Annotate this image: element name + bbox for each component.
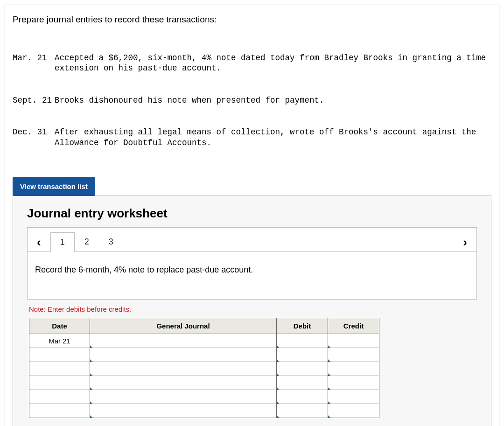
view-transaction-list-button[interactable]: View transaction list bbox=[13, 177, 95, 196]
account-cell[interactable] bbox=[90, 404, 277, 418]
transaction-line: Sept. 21Brooks dishonoured his note when… bbox=[13, 95, 491, 106]
tab-label: 3 bbox=[109, 237, 113, 247]
next-entry-icon[interactable]: › bbox=[460, 236, 470, 248]
entry-tab-1[interactable]: 1 bbox=[50, 232, 75, 252]
trans-text: After exhausting all legal means of coll… bbox=[55, 127, 491, 148]
credit-cell[interactable] bbox=[328, 362, 379, 376]
trans-text: Brooks dishonoured his note when present… bbox=[55, 95, 491, 106]
transactions-block: Mar. 21Accepted a $6,200, six-month, 4% … bbox=[13, 31, 491, 169]
prev-entry-icon[interactable]: ‹ bbox=[34, 236, 44, 248]
date-cell[interactable] bbox=[29, 348, 90, 362]
journal-entry-table: Date General Journal Debit Credit Mar 21 bbox=[29, 318, 379, 418]
transaction-line: Mar. 21Accepted a $6,200, six-month, 4% … bbox=[13, 53, 491, 74]
credit-cell[interactable] bbox=[328, 376, 379, 390]
table-row bbox=[29, 390, 379, 404]
trans-date: Dec. 31 bbox=[13, 127, 55, 148]
trans-date: Mar. 21 bbox=[13, 53, 55, 74]
debit-cell[interactable] bbox=[277, 334, 328, 348]
header-credit: Credit bbox=[328, 318, 379, 334]
account-cell[interactable] bbox=[90, 334, 277, 348]
debits-before-credits-note: Note: Enter debits before credits. bbox=[29, 305, 477, 313]
credit-cell[interactable] bbox=[328, 348, 379, 362]
trans-date: Sept. 21 bbox=[13, 95, 55, 106]
date-cell[interactable] bbox=[29, 362, 90, 376]
credit-cell[interactable] bbox=[328, 404, 379, 418]
debit-cell[interactable] bbox=[277, 376, 328, 390]
header-general-journal: General Journal bbox=[90, 318, 277, 334]
header-date: Date bbox=[29, 318, 90, 334]
credit-cell[interactable] bbox=[328, 334, 379, 348]
date-cell[interactable] bbox=[29, 404, 90, 418]
debit-cell[interactable] bbox=[277, 348, 328, 362]
table-row bbox=[29, 376, 379, 390]
trans-text: Accepted a $6,200, six-month, 4% note da… bbox=[55, 53, 491, 74]
credit-cell[interactable] bbox=[328, 390, 379, 404]
entry-tab-area: ‹ 1 2 3 › Record the 6-month, 4% note to… bbox=[27, 227, 477, 300]
account-cell[interactable] bbox=[90, 390, 277, 404]
header-debit: Debit bbox=[277, 318, 328, 334]
journal-entry-tbody: Mar 21 bbox=[29, 334, 379, 418]
tab-label: 2 bbox=[84, 237, 89, 247]
journal-entry-worksheet: Journal entry worksheet ‹ 1 2 3 › Record… bbox=[13, 196, 491, 426]
account-cell[interactable] bbox=[90, 348, 277, 362]
entry-tab-3[interactable]: 3 bbox=[99, 232, 123, 252]
account-cell[interactable] bbox=[90, 376, 277, 390]
account-cell[interactable] bbox=[90, 362, 277, 376]
table-row: Mar 21 bbox=[29, 334, 379, 348]
table-row bbox=[29, 362, 379, 376]
debit-cell[interactable] bbox=[277, 404, 328, 418]
date-cell[interactable]: Mar 21 bbox=[29, 334, 90, 348]
debit-cell[interactable] bbox=[277, 362, 328, 376]
tabs-row: ‹ 1 2 3 › bbox=[28, 228, 476, 252]
prompt-text: Prepare journal entries to record these … bbox=[13, 14, 491, 25]
debit-cell[interactable] bbox=[277, 390, 328, 404]
transaction-line: Dec. 31After exhausting all legal means … bbox=[13, 127, 491, 148]
date-cell[interactable] bbox=[29, 376, 90, 390]
date-cell[interactable] bbox=[29, 390, 90, 404]
worksheet-title: Journal entry worksheet bbox=[27, 206, 477, 221]
entry-instruction: Record the 6-month, 4% note to replace p… bbox=[28, 252, 476, 299]
tab-label: 1 bbox=[60, 237, 65, 247]
table-row bbox=[29, 404, 379, 418]
entry-tab-2[interactable]: 2 bbox=[75, 232, 99, 252]
table-row bbox=[29, 348, 379, 362]
question-frame: Prepare journal entries to record these … bbox=[5, 5, 499, 426]
